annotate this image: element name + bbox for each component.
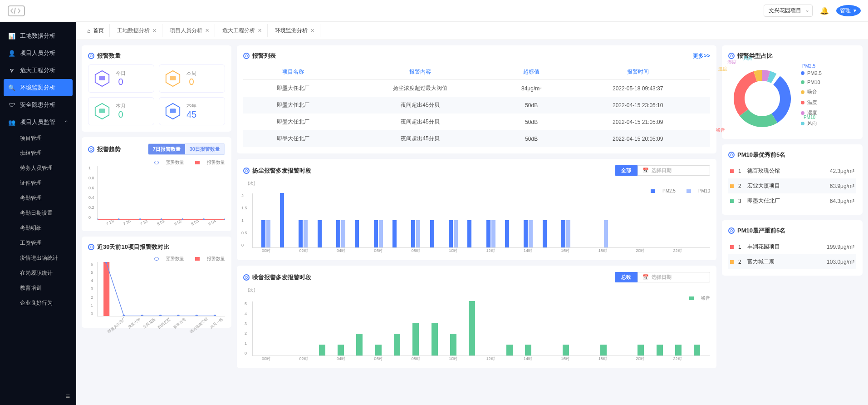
alarm-type-card: 报警类型占比 PM2.5 <box>722 45 863 139</box>
noise-chart: 012345 <box>252 301 710 356</box>
sidebar-subitem[interactable]: 班组管理 <box>0 146 76 161</box>
home-icon: ⌂ <box>87 28 90 34</box>
svg-rect-4 <box>170 76 176 80</box>
ring-icon <box>728 227 735 234</box>
sidebar-item[interactable]: 👤项目人员分析 <box>0 44 76 62</box>
sidebar-collapse-icon[interactable]: ≡ <box>66 392 70 400</box>
sidebar-subitem[interactable]: 教育培训 <box>0 281 76 296</box>
count-box: 今日0 <box>88 64 154 93</box>
svg-point-24 <box>214 315 216 316</box>
rank-row: 2富力城二期103.0μg/m³ <box>728 254 856 269</box>
sidebar-subitem[interactable]: 证件管理 <box>0 176 76 191</box>
svg-point-16 <box>224 218 225 220</box>
svg-point-21 <box>159 315 162 316</box>
close-icon[interactable]: ✕ <box>310 28 314 34</box>
calendar-icon: 📅 <box>642 168 649 173</box>
toggle-7day[interactable]: 7日报警数量 <box>148 144 185 154</box>
svg-point-10 <box>98 218 98 220</box>
user-menu[interactable]: 管理▼ <box>836 5 861 16</box>
sidebar-subitem[interactable]: 工资管理 <box>0 236 76 251</box>
ring-icon <box>243 168 250 174</box>
sidebar-subitem[interactable]: 考勤日期设置 <box>0 206 76 221</box>
sidebar-subitem[interactable]: 项目管理 <box>0 131 76 146</box>
tab[interactable]: 工地数据分析✕ <box>112 24 162 37</box>
ring-icon <box>88 53 94 59</box>
sidebar-item[interactable]: 🔍环境监测分析 <box>4 79 73 96</box>
count-box: 本周0 <box>159 64 225 93</box>
rank-row: 3即墨大任北厂64.3μg/m³ <box>728 193 856 208</box>
sidebar-item[interactable]: 📊工地数据分析 <box>0 27 76 44</box>
svg-rect-6 <box>99 109 105 113</box>
sidebar: 📊工地数据分析👤项目人员分析⛛危大工程分析🔍环境监测分析🛡安全隐患分析👥项目人员… <box>0 0 76 405</box>
table-row[interactable]: 即墨大任北厂夜间超出45分贝50dB2022-04-15 23:05:10 <box>243 97 710 114</box>
noise-total-button[interactable]: 总数 <box>615 272 638 282</box>
sidebar-subitem[interactable]: 疫情进出场统计 <box>0 251 76 266</box>
toggle-30day[interactable]: 30日报警数量 <box>185 144 225 154</box>
tab[interactable]: 危大工程分析✕ <box>217 24 268 37</box>
sidebar-subitem[interactable]: 在岗履职统计 <box>0 266 76 281</box>
sidebar-item[interactable]: ⛛危大工程分析 <box>0 62 76 79</box>
ring-icon <box>728 152 735 158</box>
trend-chart: 00.20.40.60.81 <box>97 166 225 220</box>
svg-rect-8 <box>170 109 176 113</box>
alarm-table: 项目名称报警内容超标值报警时间 即墨大任北厂扬尘浓度超过最大阀值84μg/m³2… <box>243 64 710 147</box>
count-box: 本年45 <box>159 97 225 125</box>
table-row[interactable]: 即墨大任北厂夜间超出45分贝50dB2022-04-15 20:05:09 <box>243 130 710 147</box>
tab[interactable]: 项目人员分析✕ <box>164 24 215 37</box>
pm10-worst-card: PM10最严重前5名 1丰润花园项目199.9μg/m³2富力城二期103.0μ… <box>722 220 863 276</box>
sidebar-subitem[interactable]: 考勤明细 <box>0 221 76 236</box>
svg-point-12 <box>139 218 141 220</box>
dust-all-button[interactable]: 全部 <box>615 165 638 176</box>
trend-toggle: 7日报警数量 30日报警数量 <box>148 143 225 155</box>
shield-icon: 🛡 <box>8 101 15 109</box>
legend-item: PM10 <box>801 79 822 85</box>
rank-row: 1丰润花园项目199.9μg/m³ <box>728 239 856 254</box>
svg-point-22 <box>177 315 180 316</box>
ring-icon <box>728 53 735 59</box>
donut-chart: PM2.5 PM10 噪音 温度 湿度 风向 <box>728 64 796 133</box>
noise-date-input[interactable]: 📅选择日期 <box>638 272 710 282</box>
close-icon[interactable]: ✕ <box>152 28 157 34</box>
dust-chart: 00.511.52 <box>252 193 710 248</box>
dust-date-input[interactable]: 📅选择日期 <box>638 165 710 176</box>
dust-period-card: 扬尘报警多发报警时段 全部 📅选择日期 (次) PM2.5PM10 00.511… <box>237 159 716 260</box>
calendar-icon: 📅 <box>642 274 649 280</box>
legend-item: 风向 <box>801 120 822 127</box>
sidebar-item[interactable]: 👥项目人员监管⌃ <box>0 114 76 131</box>
close-icon[interactable]: ✕ <box>205 28 209 34</box>
ring-icon <box>88 146 94 153</box>
table-row[interactable]: 即墨大任北厂夜间超出45分贝50dB2022-04-15 21:05:09 <box>243 114 710 130</box>
bar-icon: 📊 <box>8 32 15 40</box>
legend-item: 温度 <box>801 99 822 106</box>
project-selector[interactable]: 文兴花园项目 <box>764 5 813 17</box>
tab-bar: ⌂首页 工地数据分析✕项目人员分析✕危大工程分析✕环境监测分析✕ <box>76 22 868 40</box>
chevron-down-icon: ▼ <box>853 8 857 13</box>
compare30-chart: 0123456 <box>97 262 225 316</box>
ring-icon <box>243 53 250 59</box>
more-link[interactable]: 更多>> <box>693 52 710 60</box>
count-box: 本月0 <box>88 97 154 125</box>
filter-icon: ⛛ <box>8 67 15 74</box>
env-icon: 🔍 <box>8 84 15 91</box>
ring-icon <box>88 244 94 250</box>
sidebar-subitem[interactable]: 劳务人员管理 <box>0 161 76 176</box>
sidebar-subitem[interactable]: 企业良好行为 <box>0 296 76 311</box>
rank-row: 1德百玫瑰公馆42.3μg/m³ <box>728 163 856 178</box>
sidebar-item[interactable]: 🛡安全隐患分析 <box>0 96 76 114</box>
noise-period-card: 噪音报警多发报警时段 总数 📅选择日期 (次) 噪音 012345 00时02时… <box>237 266 716 368</box>
alarm-count-card: 报警数量 今日0本周0本月0本年45 <box>82 45 231 132</box>
alarm-list-card: 报警列表更多>> 项目名称报警内容超标值报警时间 即墨大任北厂扬尘浓度超过最大阀… <box>237 45 716 153</box>
svg-point-23 <box>195 315 198 316</box>
ring-icon <box>243 274 250 281</box>
table-row[interactable]: 即墨大任北厂扬尘浓度超过最大阀值84μg/m³2022-05-18 09:43:… <box>243 80 710 97</box>
chevron-icon: ⌃ <box>64 120 68 125</box>
app-logo <box>7 4 25 18</box>
svg-rect-2 <box>99 76 105 80</box>
close-icon[interactable]: ✕ <box>258 28 262 34</box>
tab-home[interactable]: ⌂首页 <box>82 24 110 37</box>
sidebar-subitem[interactable]: 考勤管理 <box>0 191 76 206</box>
legend-item: 噪音 <box>801 89 822 95</box>
bell-icon[interactable]: 🔔 <box>820 6 829 15</box>
tab[interactable]: 环境监测分析✕ <box>270 24 320 37</box>
svg-point-19 <box>123 315 125 316</box>
